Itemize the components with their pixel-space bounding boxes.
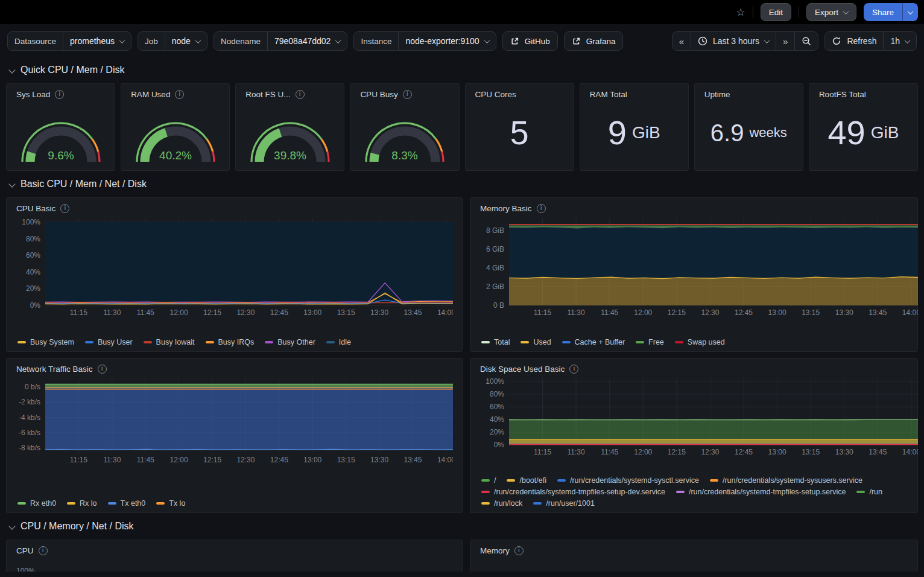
y-axis-tick: -4 kb/s (19, 413, 40, 422)
panel-title[interactable]: CPU Cores (475, 90, 516, 99)
legend-item[interactable]: / (481, 476, 496, 485)
network-traffic-basic-panel: Network Traffic Basic 0 b/s-2 kb/s-4 kb/… (6, 358, 463, 513)
edit-button[interactable]: Edit (761, 3, 791, 21)
legend-item[interactable]: Used (521, 338, 551, 346)
info-icon[interactable] (55, 90, 64, 99)
stat-value-box: 9GiB (580, 101, 688, 170)
info-icon[interactable] (403, 90, 412, 99)
variable-nodename: Nodename79e08a47dd02 (214, 31, 347, 51)
variable-value-nodename[interactable]: 79e08a47dd02 (268, 32, 347, 50)
legend-item[interactable]: /run/credentials/systemd-sysusers.servic… (710, 476, 862, 485)
section-quick-cpu-mem-disk[interactable]: Quick CPU / Mem / Disk (6, 63, 918, 77)
legend-item[interactable]: Total (481, 338, 510, 346)
legend-item[interactable]: Cache + Buffer (562, 338, 625, 346)
stat-value: 6.9 (710, 121, 744, 145)
y-axis-tick: 6 GiB (486, 245, 504, 253)
x-axis-tick: 13:15 (802, 308, 820, 317)
variable-job: Jobnode (138, 31, 207, 51)
series-line-Tx eth0 (45, 450, 453, 450)
time-range-label: Last 3 hours (713, 36, 759, 46)
panel-title[interactable]: Memory (480, 546, 510, 555)
variable-value-instance[interactable]: node-exporter:9100 (399, 32, 495, 50)
network-traffic-plot[interactable]: 0 b/s-2 kb/s-4 kb/s-6 kb/s-8 kb/s11:1511… (14, 378, 462, 468)
variable-current-datasource: prometheus (70, 36, 115, 46)
legend-item[interactable]: Busy Iowait (144, 338, 195, 346)
panel-title[interactable]: RAM Total (590, 90, 627, 99)
legend-label: /run/credentials/systemd-sysctl.service (570, 476, 699, 485)
disk-space-plot[interactable]: 100%80%60%40%20%0%11:1511:3011:4512:0012… (478, 378, 917, 461)
legend-item[interactable]: /run/lock (481, 499, 522, 508)
panel-title[interactable]: Disk Space Used Basic (480, 365, 565, 374)
info-icon[interactable] (98, 365, 107, 374)
favorite-star-icon[interactable]: ☆ (736, 7, 745, 18)
legend-item[interactable]: Rx eth0 (17, 499, 56, 508)
panel-title[interactable]: CPU Busy (360, 90, 397, 99)
legend-item[interactable]: Idle (326, 338, 351, 346)
legend-item[interactable]: Busy User (85, 338, 133, 346)
github-link-button[interactable]: GitHub (502, 31, 558, 51)
section-cpu-memory-net-disk[interactable]: CPU / Memory / Net / Disk (6, 519, 918, 534)
panel-title[interactable]: Memory Basic (480, 204, 532, 213)
variable-label-nodename: Nodename (214, 32, 268, 50)
panel-header: Memory (470, 540, 917, 558)
chevron-down-icon (905, 37, 911, 43)
panel-title[interactable]: Sys Load (16, 90, 50, 99)
section-basic-cpu-mem-net-disk[interactable]: Basic CPU / Mem / Net / Disk (6, 177, 918, 191)
stat-panel-3: Uptime6.9weeks (694, 83, 803, 171)
export-button[interactable]: Export (806, 3, 856, 21)
x-axis-tick: 13:45 (869, 448, 887, 456)
variable-value-job[interactable]: node (165, 32, 207, 50)
legend-item[interactable]: /run/credentials/systemd-tmpfiles-setup-… (481, 488, 665, 496)
panel-title[interactable]: Uptime (704, 90, 730, 99)
disk-space-legend: //boot/efi/run/credentials/systemd-sysct… (470, 475, 917, 512)
share-dropdown-button[interactable] (902, 3, 918, 21)
legend-item[interactable]: Swap used (675, 338, 725, 346)
legend-item[interactable]: Busy Other (265, 338, 315, 346)
panel-title[interactable]: Root FS U... (245, 90, 290, 99)
grafana-link-button[interactable]: Grafana (564, 31, 624, 51)
share-button[interactable]: Share (864, 3, 902, 21)
info-icon[interactable] (514, 546, 524, 555)
legend-swatch (481, 479, 490, 482)
legend-item[interactable]: Tx eth0 (108, 499, 146, 508)
series-Cache + Buffer (509, 227, 918, 278)
legend-item[interactable]: Tx lo (156, 499, 185, 508)
info-icon[interactable] (39, 546, 48, 555)
legend-item[interactable]: /run/credentials/systemd-tmpfiles-setup.… (676, 488, 846, 496)
panel-title[interactable]: RootFS Total (819, 90, 866, 99)
legend-item[interactable]: /run (856, 488, 882, 496)
info-icon[interactable] (60, 204, 69, 213)
panel-title[interactable]: RAM Used (131, 90, 170, 99)
legend-item[interactable]: /boot/efi (507, 476, 546, 485)
legend-item[interactable]: Free (636, 338, 664, 346)
time-shift-back-button[interactable]: « (672, 32, 691, 50)
info-icon[interactable] (175, 90, 184, 99)
cpu-basic-plot[interactable]: 100%80%60%40%20%0%11:1511:3011:4512:0012… (14, 218, 462, 321)
legend-item[interactable]: /run/credentials/systemd-sysctl.service (557, 476, 699, 485)
x-axis-tick: 14:00 (902, 448, 918, 456)
refresh-button[interactable]: Refresh (825, 32, 883, 50)
time-shift-forward-button[interactable]: » (776, 32, 794, 50)
legend-item[interactable]: Busy IRQs (206, 338, 255, 346)
chevron-down-icon (119, 37, 125, 43)
legend-item[interactable]: Rx lo (67, 499, 97, 508)
x-axis-tick: 13:30 (835, 448, 853, 456)
time-range-picker[interactable]: Last 3 hours (691, 32, 776, 50)
legend-label: Swap used (688, 338, 725, 346)
variable-value-datasource[interactable]: prometheus (63, 32, 131, 50)
info-icon[interactable] (537, 204, 546, 213)
x-axis-tick: 14:00 (437, 308, 453, 317)
x-axis-tick: 12:00 (170, 456, 188, 464)
panel-title[interactable]: Network Traffic Basic (16, 365, 93, 374)
zoom-out-time-button[interactable] (794, 32, 818, 50)
memory-basic-plot[interactable]: 8 GiB6 GiB4 GiB2 GiB0 B11:1511:3011:4512… (478, 218, 917, 321)
refresh-interval-dropdown[interactable]: 1h (883, 32, 916, 50)
info-icon[interactable] (296, 90, 305, 99)
legend-item[interactable]: Busy System (17, 338, 74, 346)
info-icon[interactable] (569, 365, 578, 374)
panel-title[interactable]: CPU Basic (16, 204, 55, 213)
legend-label: Cache + Buffer (575, 338, 625, 346)
x-axis-tick: 13:15 (337, 308, 355, 317)
panel-title[interactable]: CPU (16, 546, 34, 555)
legend-item[interactable]: /run/user/1001 (533, 499, 595, 508)
